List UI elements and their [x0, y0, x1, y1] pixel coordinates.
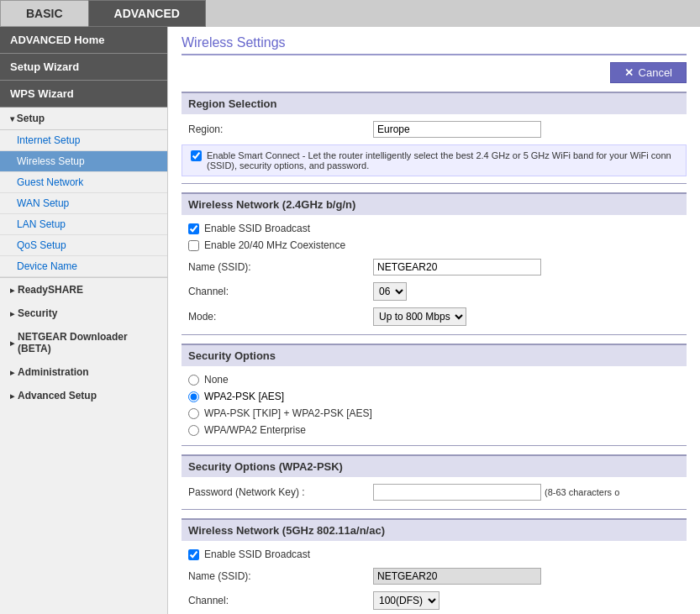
cancel-button[interactable]: ✕ Cancel: [610, 62, 687, 83]
ssid-24-input[interactable]: [373, 259, 541, 276]
region-input[interactable]: [373, 121, 541, 138]
sidebar-group-advanced-setup[interactable]: Advanced Setup: [0, 384, 167, 407]
sidebar-group-administration[interactable]: Administration: [0, 360, 167, 384]
enable-ssid-5g-label: Enable SSID Broadcast: [204, 548, 310, 560]
ssid-24-label: Name (SSID):: [188, 261, 373, 273]
tab-advanced[interactable]: ADVANCED: [88, 0, 206, 27]
mode-24-label: Mode:: [188, 311, 373, 323]
sidebar-group-readyshare[interactable]: ReadySHARE: [0, 278, 167, 302]
ssid-24-row: Name (SSID):: [182, 257, 687, 277]
main-layout: ADVANCED Home Setup Wizard WPS Wizard Se…: [0, 27, 700, 614]
channel-5g-label: Channel:: [188, 595, 373, 606]
sec-wpa-combo-radio[interactable]: [188, 408, 199, 419]
enable-ssid-24-checkbox[interactable]: [188, 223, 199, 234]
mode-24-select[interactable]: Up to 800 Mbps: [373, 307, 466, 326]
security-options-header: Security Options: [182, 344, 687, 366]
enable-2040-checkbox[interactable]: [188, 240, 199, 251]
region-label: Region:: [188, 123, 373, 135]
sidebar-section-setup[interactable]: Setup: [0, 108, 167, 130]
sec-wpa2psk-label: WPA2-PSK [AES]: [204, 391, 284, 402]
channel-24-label: Channel:: [188, 286, 373, 297]
enable-2040-row: Enable 20/40 MHz Coexistence: [182, 237, 687, 254]
security-wpa2-header: Security Options (WPA2-PSK): [182, 454, 687, 477]
page-title: Wireless Settings: [182, 35, 687, 55]
mode-24-row: Mode: Up to 800 Mbps: [182, 306, 687, 328]
sec-none-row: None: [182, 371, 687, 388]
sec-wpa-combo-label: WPA-PSK [TKIP] + WPA2-PSK [AES]: [204, 407, 372, 419]
enable-ssid-5g-checkbox[interactable]: [188, 549, 199, 560]
ssid-5g-row: Name (SSID):: [182, 566, 687, 586]
channel-5g-row: Channel: 100(DFS): [182, 590, 687, 611]
main-content: Wireless Settings ✕ Cancel Region Select…: [168, 27, 700, 614]
sec-wpa2psk-radio[interactable]: [188, 391, 199, 402]
sidebar-item-wireless-setup[interactable]: Wireless Setup: [0, 151, 167, 172]
ssid-5g-input[interactable]: [373, 568, 541, 585]
enable-ssid-24-row: Enable SSID Broadcast: [182, 220, 687, 237]
region-row: Region:: [182, 119, 687, 139]
x-icon: ✕: [624, 66, 634, 79]
sidebar-item-guest-network[interactable]: Guest Network: [0, 172, 167, 193]
smart-connect-notice: Enable Smart Connect - Let the router in…: [182, 144, 687, 176]
enable-2040-label: Enable 20/40 MHz Coexistence: [204, 239, 345, 251]
sidebar-group-netgear-downloader[interactable]: NETGEAR Downloader (BETA): [0, 325, 167, 360]
password-input[interactable]: [373, 484, 541, 501]
wireless-24-header: Wireless Network (2.4GHz b/g/n): [182, 192, 687, 215]
password-row: Password (Network Key) : (8-63 character…: [182, 482, 687, 502]
channel-5g-select[interactable]: 100(DFS): [373, 591, 439, 610]
sidebar-item-wan-setup[interactable]: WAN Setup: [0, 193, 167, 214]
channel-24-row: Channel: 06: [182, 281, 687, 302]
sec-enterprise-row: WPA/WPA2 Enterprise: [182, 422, 687, 438]
enable-ssid-24-label: Enable SSID Broadcast: [204, 223, 310, 234]
region-section-header: Region Selection: [182, 92, 687, 114]
sidebar-item-advanced-home[interactable]: ADVANCED Home: [0, 27, 167, 54]
sec-wpa-combo-row: WPA-PSK [TKIP] + WPA2-PSK [AES]: [182, 405, 687, 422]
sidebar-group-setup: Setup Internet Setup Wireless Setup Gues…: [0, 108, 167, 278]
sidebar-item-device-name[interactable]: Device Name: [0, 256, 167, 277]
sidebar-item-qos-setup[interactable]: QoS Setup: [0, 235, 167, 256]
sec-none-label: None: [204, 374, 229, 386]
sidebar: ADVANCED Home Setup Wizard WPS Wizard Se…: [0, 27, 168, 614]
channel-24-select[interactable]: 06: [373, 282, 407, 301]
sidebar-item-lan-setup[interactable]: LAN Setup: [0, 214, 167, 235]
sidebar-item-setup-wizard[interactable]: Setup Wizard: [0, 54, 167, 81]
sidebar-item-internet-setup[interactable]: Internet Setup: [0, 130, 167, 151]
password-label: Password (Network Key) :: [188, 486, 373, 498]
smart-connect-text: Enable Smart Connect - Let the router in…: [207, 150, 677, 171]
smart-connect-checkbox[interactable]: [191, 150, 202, 161]
top-tab-bar: BASIC ADVANCED: [0, 0, 700, 27]
sec-none-radio[interactable]: [188, 375, 199, 386]
sidebar-item-wps-wizard[interactable]: WPS Wizard: [0, 81, 167, 108]
wireless-5g-header: Wireless Network (5GHz 802.11a/n/ac): [182, 518, 687, 541]
ssid-5g-label: Name (SSID):: [188, 570, 373, 582]
tab-basic[interactable]: BASIC: [0, 0, 88, 27]
enable-ssid-5g-row: Enable SSID Broadcast: [182, 546, 687, 563]
sec-enterprise-label: WPA/WPA2 Enterprise: [204, 424, 306, 436]
sec-wpa2psk-row: WPA2-PSK [AES]: [182, 388, 687, 405]
cancel-label: Cancel: [639, 66, 672, 79]
sec-enterprise-radio[interactable]: [188, 425, 199, 436]
password-hint: (8-63 characters o: [545, 487, 619, 497]
action-bar: ✕ Cancel: [182, 62, 687, 83]
sidebar-group-security[interactable]: Security: [0, 302, 167, 325]
